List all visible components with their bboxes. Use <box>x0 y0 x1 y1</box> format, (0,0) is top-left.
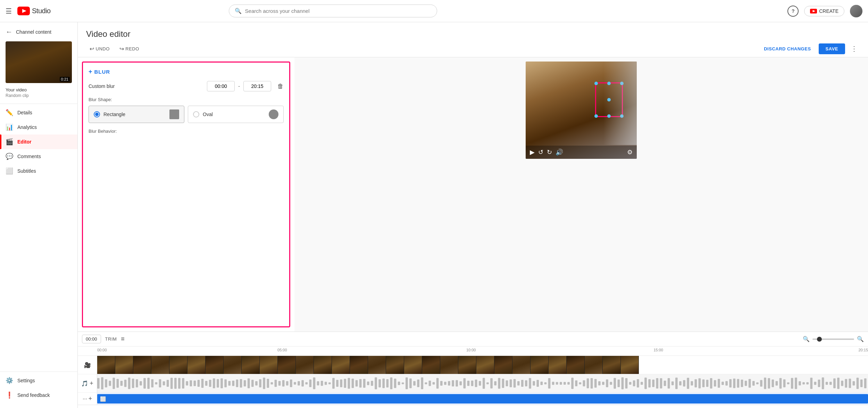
sidebar-item-editor[interactable]: 🎬 Editor <box>0 134 77 149</box>
sidebar-item-settings[interactable]: ⚙️ Settings <box>0 373 77 388</box>
main-content: Video editor ↩ UNDO ↪ REDO DISCARD CHANG… <box>78 22 868 408</box>
rectangle-shape-left: Rectangle <box>94 111 125 117</box>
channel-content-link[interactable]: ← Channel content <box>0 22 77 41</box>
video-subtitle: Random clip <box>6 93 72 98</box>
svg-rect-68 <box>344 379 346 388</box>
music-icon: 🎵 <box>81 380 88 387</box>
volume-button[interactable]: 🔊 <box>556 148 563 156</box>
audio-track-content[interactable] <box>97 374 868 392</box>
svg-rect-54 <box>290 380 292 387</box>
svg-rect-187 <box>802 382 805 384</box>
trim-button[interactable]: TRIM <box>105 336 117 342</box>
svg-rect-132 <box>591 378 593 389</box>
svg-rect-106 <box>490 378 493 388</box>
rectangle-radio[interactable] <box>94 111 100 117</box>
film-frame <box>242 356 260 374</box>
time-separator: - <box>238 83 240 89</box>
oval-shape-option[interactable]: Oval <box>188 106 284 123</box>
svg-rect-137 <box>610 382 612 385</box>
hamburger-icon[interactable]: ☰ <box>6 7 12 15</box>
search-bar[interactable]: 🔍 <box>229 5 437 17</box>
svg-rect-74 <box>367 382 369 385</box>
video-info: Your video Random clip <box>0 86 77 102</box>
blur-end-time[interactable] <box>243 81 271 91</box>
create-button[interactable]: CREATE <box>804 6 844 16</box>
svg-rect-123 <box>556 382 558 385</box>
blur-timeline-bar[interactable]: ⬜ <box>97 394 868 403</box>
undo-button[interactable]: ↩ UNDO <box>86 43 113 54</box>
blur-shape-label: Blur Shape: <box>89 97 284 102</box>
blur-start-time[interactable] <box>207 81 235 91</box>
svg-rect-199 <box>849 379 851 388</box>
sidebar-item-details[interactable]: ✏️ Details <box>0 105 77 120</box>
svg-rect-97 <box>456 380 458 387</box>
zoom-in-icon[interactable]: 🔍 <box>857 336 864 342</box>
svg-rect-64 <box>328 382 331 384</box>
avatar[interactable] <box>850 5 862 17</box>
film-frame <box>567 356 585 374</box>
sidebar-item-comments[interactable]: 💬 Comments <box>0 149 77 164</box>
settings-button[interactable]: ⚙ <box>627 148 633 156</box>
svg-rect-35 <box>217 379 219 388</box>
svg-rect-126 <box>567 382 570 384</box>
video-track-content[interactable] <box>97 356 868 374</box>
add-audio-button[interactable]: + <box>90 380 93 387</box>
audio-waveform-container <box>97 374 868 392</box>
svg-rect-104 <box>483 378 485 389</box>
svg-rect-188 <box>806 382 809 385</box>
svg-rect-142 <box>629 382 632 385</box>
youtube-studio-logo[interactable]: Studio <box>17 7 51 15</box>
svg-rect-191 <box>818 380 820 387</box>
timeline-menu-icon[interactable]: ≡ <box>121 335 125 343</box>
video-track-actions: 🎥 <box>78 356 97 374</box>
rectangle-shape-option[interactable]: Rectangle <box>89 106 184 123</box>
custom-blur-label: Custom blur <box>89 83 203 89</box>
handle-top-left[interactable] <box>594 82 598 85</box>
ruler-mark-4: 20:15 <box>858 348 868 352</box>
zoom-out-icon[interactable]: 🔍 <box>803 336 810 342</box>
film-frame <box>350 356 368 374</box>
sidebar-item-feedback[interactable]: ❗ Send feedback <box>0 388 77 402</box>
svg-rect-193 <box>826 382 828 385</box>
svg-rect-8 <box>112 378 115 389</box>
svg-rect-136 <box>606 380 608 387</box>
handle-bottom-left[interactable] <box>594 114 598 118</box>
film-frame <box>187 356 206 374</box>
sidebar-item-subtitles[interactable]: ⬜ Subtitles <box>0 164 77 178</box>
svg-rect-189 <box>810 378 813 389</box>
sidebar-item-analytics[interactable]: 📊 Analytics <box>0 120 77 134</box>
blur-track-content[interactable]: ⬜ <box>97 393 868 405</box>
more-options-button[interactable]: ⋮ <box>849 43 860 54</box>
delete-blur-button[interactable]: 🗑 <box>277 83 284 90</box>
svg-rect-28 <box>190 380 192 386</box>
sidebar-divider <box>0 104 77 104</box>
play-button[interactable]: ▶ <box>530 148 535 156</box>
svg-rect-76 <box>375 377 377 389</box>
film-frame <box>422 356 440 374</box>
editor-header: Video editor ↩ UNDO ↪ REDO DISCARD CHANG… <box>78 22 868 57</box>
add-blur-button[interactable]: + <box>89 395 92 402</box>
svg-rect-144 <box>637 379 639 387</box>
blur-track-row: ⋯ + ⬜ <box>78 393 868 405</box>
search-input[interactable] <box>245 8 431 14</box>
svg-rect-196 <box>837 378 840 389</box>
svg-rect-149 <box>656 378 659 389</box>
svg-rect-127 <box>571 378 574 389</box>
rewind-button[interactable]: ↺ <box>538 148 543 156</box>
svg-rect-13 <box>132 379 134 388</box>
undo-icon: ↩ <box>90 46 94 52</box>
film-frame <box>368 356 386 374</box>
forward-button[interactable]: ↻ <box>547 148 552 156</box>
zoom-thumb <box>817 337 822 342</box>
help-button[interactable]: ? <box>787 6 799 17</box>
svg-rect-125 <box>564 382 566 385</box>
svg-rect-124 <box>560 382 562 385</box>
discard-changes-button[interactable]: DISCARD CHANGES <box>760 43 815 54</box>
youtube-logo-icon <box>17 7 30 15</box>
oval-radio[interactable] <box>193 111 199 117</box>
zoom-slider[interactable] <box>812 338 854 340</box>
redo-button[interactable]: ↪ REDO <box>116 43 143 54</box>
svg-rect-90 <box>429 381 431 386</box>
save-button[interactable]: SAVE <box>819 43 845 54</box>
svg-rect-71 <box>356 380 358 387</box>
